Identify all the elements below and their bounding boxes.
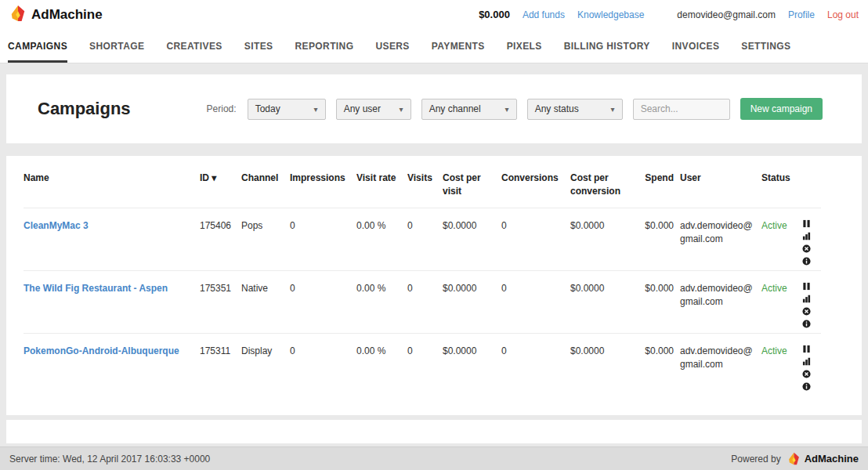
campaign-user: adv.demovideo@gmail.com — [680, 208, 761, 271]
campaign-impressions: 0 — [290, 334, 356, 396]
campaign-spend: $0.000 — [636, 208, 680, 271]
info-icon[interactable] — [802, 257, 811, 266]
pause-icon[interactable] — [802, 219, 811, 228]
powered-by-label: Powered by — [731, 454, 780, 465]
campaign-channel: Native — [241, 271, 290, 334]
table-header-row: Name ID ▾ Channel Impressions Visit rate… — [24, 159, 821, 208]
nav-item-sites[interactable]: SITES — [244, 29, 273, 63]
campaign-visits: 0 — [407, 208, 443, 271]
info-icon[interactable] — [802, 320, 811, 328]
topbar: AdMachine $0.000 Add funds Knowledgebase… — [0, 0, 868, 29]
status-select-value: Any status — [535, 103, 579, 114]
col-header-visit-rate[interactable]: Visit rate — [356, 159, 407, 208]
campaign-visit-rate: 0.00 % — [356, 271, 407, 334]
campaign-cost-per-visit: $0.0000 — [443, 208, 501, 271]
campaign-cost-per-conversion: $0.0000 — [570, 208, 636, 271]
server-time: Server time: Wed, 12 April 2017 16:03:33… — [9, 454, 210, 465]
col-header-visits[interactable]: Visits — [407, 159, 443, 208]
brand-name: AdMachine — [31, 7, 103, 23]
period-label: Period: — [207, 103, 237, 114]
logout-link[interactable]: Log out — [827, 9, 859, 20]
footer-brand-name: AdMachine — [805, 453, 859, 465]
period-select[interactable]: Today ▾ — [248, 99, 326, 120]
campaign-name-link[interactable]: PokemonGo-Android-Albuquerque — [24, 334, 200, 396]
row-actions — [802, 208, 821, 271]
info-icon[interactable] — [802, 382, 811, 391]
cancel-icon[interactable] — [802, 244, 811, 253]
campaign-user: adv.demovideo@gmail.com — [680, 334, 761, 396]
campaign-conversions: 0 — [501, 271, 570, 334]
campaign-visits: 0 — [407, 271, 443, 334]
campaign-name-link[interactable]: The Wild Fig Restaurant - Aspen — [24, 271, 200, 334]
sort-desc-icon: ▾ — [212, 172, 216, 183]
knowledgebase-link[interactable]: Knowledgebase — [577, 9, 644, 20]
status-select[interactable]: Any status ▾ — [527, 99, 623, 120]
main-nav: CAMPAIGNS SHORTAGE CREATIVES SITES REPOR… — [0, 29, 868, 63]
cancel-icon[interactable] — [802, 307, 811, 316]
status-badge: Active — [761, 271, 802, 334]
content: Campaigns Period: Today ▾ Any user ▾ Any… — [0, 63, 868, 443]
user-select[interactable]: Any user ▾ — [336, 99, 411, 120]
campaign-name-link[interactable]: CleanMyMac 3 — [24, 208, 200, 271]
nav-item-creatives[interactable]: CREATIVES — [166, 29, 222, 63]
campaign-id: 175351 — [200, 271, 241, 334]
campaign-visits: 0 — [407, 334, 443, 396]
nav-item-pixels[interactable]: PIXELS — [507, 29, 542, 63]
campaign-cost-per-visit: $0.0000 — [443, 334, 501, 396]
nav-item-settings[interactable]: SETTINGS — [741, 29, 790, 63]
nav-item-billing-history[interactable]: BILLING HISTORY — [564, 29, 650, 63]
col-header-conversions[interactable]: Conversions — [501, 159, 570, 208]
channel-select[interactable]: Any channel ▾ — [421, 99, 517, 120]
col-header-cost-per-visit[interactable]: Cost per visit — [443, 159, 501, 208]
nav-item-payments[interactable]: PAYMENTS — [432, 29, 485, 63]
status-badge: Active — [761, 334, 802, 396]
powered-by: Powered by AdMachine — [731, 452, 859, 465]
footer: Server time: Wed, 12 April 2017 16:03:33… — [0, 446, 868, 470]
col-header-spend[interactable]: Spend — [636, 159, 680, 208]
nav-item-users[interactable]: USERS — [375, 29, 409, 63]
chevron-down-icon: ▾ — [505, 105, 509, 114]
new-campaign-button[interactable]: New campaign — [740, 98, 823, 120]
campaign-channel: Pops — [241, 208, 290, 271]
campaign-spend: $0.000 — [636, 334, 680, 396]
table-row: PokemonGo-Android-Albuquerque 175311 Dis… — [24, 334, 821, 396]
campaigns-table-card: Name ID ▾ Channel Impressions Visit rate… — [6, 156, 862, 415]
col-header-status[interactable]: Status — [761, 159, 802, 208]
nav-item-reporting[interactable]: REPORTING — [295, 29, 353, 63]
campaign-cost-per-conversion: $0.0000 — [570, 334, 636, 396]
footer-brand: AdMachine — [787, 452, 859, 465]
channel-select-value: Any channel — [429, 103, 481, 114]
cancel-icon[interactable] — [802, 370, 811, 378]
pause-icon[interactable] — [802, 345, 811, 353]
pagination-strip — [6, 420, 862, 443]
col-header-id[interactable]: ID ▾ — [200, 159, 241, 208]
add-funds-link[interactable]: Add funds — [523, 9, 565, 20]
pause-icon[interactable] — [802, 282, 811, 291]
col-header-channel[interactable]: Channel — [241, 159, 290, 208]
campaign-spend: $0.000 — [636, 271, 680, 334]
nav-item-invoices[interactable]: INVOICES — [672, 29, 720, 63]
statistics-icon[interactable] — [802, 232, 811, 240]
search-input[interactable] — [633, 99, 730, 120]
filters-card: Campaigns Period: Today ▾ Any user ▾ Any… — [6, 74, 862, 143]
filter-group: Period: Today ▾ Any user ▾ Any channel ▾… — [207, 98, 823, 120]
campaign-id: 175406 — [200, 208, 241, 271]
col-header-cost-per-conversion[interactable]: Cost per conversion — [570, 159, 636, 208]
campaign-id: 175311 — [200, 334, 241, 396]
col-header-impressions[interactable]: Impressions — [290, 159, 356, 208]
nav-item-campaigns[interactable]: CAMPAIGNS — [8, 29, 67, 63]
statistics-icon[interactable] — [802, 295, 811, 303]
profile-link[interactable]: Profile — [788, 9, 815, 20]
col-header-user[interactable]: User — [680, 159, 761, 208]
topbar-right: $0.000 Add funds Knowledgebase demovideo… — [479, 9, 859, 20]
campaign-visit-rate: 0.00 % — [356, 208, 407, 271]
admachine-logo-icon — [9, 5, 27, 24]
brand[interactable]: AdMachine — [9, 5, 103, 24]
col-header-name[interactable]: Name — [24, 159, 200, 208]
campaign-user: adv.demovideo@gmail.com — [680, 271, 761, 334]
statistics-icon[interactable] — [802, 357, 811, 366]
nav-item-shortage[interactable]: SHORTAGE — [89, 29, 144, 63]
admachine-logo-icon — [787, 452, 801, 465]
row-actions — [802, 271, 821, 334]
period-select-value: Today — [255, 103, 280, 114]
